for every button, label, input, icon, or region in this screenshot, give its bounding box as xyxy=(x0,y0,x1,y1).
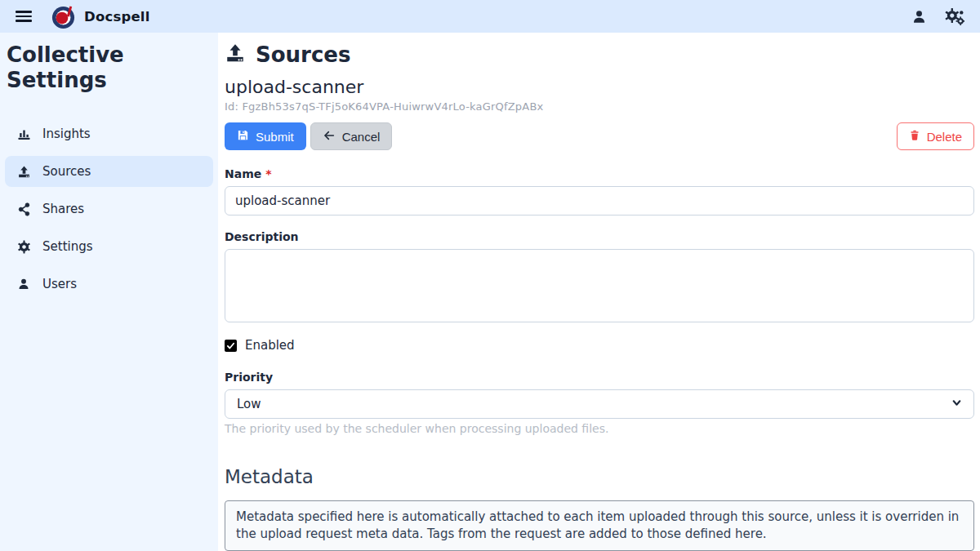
sidebar-item-insights[interactable]: Insights xyxy=(5,118,213,149)
page-title: Sources xyxy=(256,42,350,67)
name-input[interactable] xyxy=(225,186,974,216)
sidebar-title: Collective Settings xyxy=(5,42,213,92)
sidebar-nav: Insights Sources xyxy=(5,118,213,300)
sidebar-item-label: Insights xyxy=(42,127,91,141)
enabled-checkbox-row[interactable]: Enabled xyxy=(225,338,974,353)
cancel-button[interactable]: Cancel xyxy=(310,122,393,150)
trash-icon xyxy=(909,129,920,144)
metadata-heading: Metadata xyxy=(225,466,974,487)
share-nodes-icon xyxy=(16,202,31,216)
source-id-text: Id: FgzBh53s7qS-TFj5oK64VPA-HuiwrwV4rLo-… xyxy=(225,100,974,113)
toolbar: Submit Cancel xyxy=(225,122,974,150)
name-label: Name * xyxy=(225,167,271,180)
page-header: Sources xyxy=(225,42,974,67)
gears-icon[interactable] xyxy=(942,4,967,29)
sidebar-item-sources[interactable]: Sources xyxy=(5,156,213,187)
submit-button-label: Submit xyxy=(256,130,294,144)
priority-selected-value: Low xyxy=(237,397,261,411)
main-content: Sources upload-scanner Id: FgzBh53s7qS-T… xyxy=(218,33,980,551)
user-icon[interactable] xyxy=(906,4,931,29)
upload-icon xyxy=(16,165,31,179)
metadata-info-box: Metadata specified here is automatically… xyxy=(225,500,974,551)
enabled-label: Enabled xyxy=(245,338,295,353)
app-title: Docspell xyxy=(84,9,150,24)
delete-button-label: Delete xyxy=(927,130,962,144)
sidebar-item-label: Shares xyxy=(42,202,84,216)
topbar: Docspell xyxy=(0,0,980,33)
source-name-heading: upload-scanner xyxy=(225,77,974,97)
save-icon xyxy=(237,129,249,144)
description-textarea[interactable] xyxy=(225,249,974,322)
user-icon xyxy=(16,278,31,291)
sidebar-item-users[interactable]: Users xyxy=(5,269,213,300)
check-icon xyxy=(226,341,235,350)
sidebar-item-label: Settings xyxy=(42,239,93,254)
enabled-checkbox[interactable] xyxy=(225,340,237,352)
upload-icon xyxy=(225,42,246,67)
submit-button[interactable]: Submit xyxy=(225,122,306,150)
description-label: Description xyxy=(225,230,299,243)
chevron-down-icon xyxy=(951,397,962,411)
docspell-logo-icon xyxy=(51,4,76,29)
sidebar-item-label: Sources xyxy=(42,164,91,179)
hamburger-menu-icon[interactable] xyxy=(8,3,39,29)
delete-button[interactable]: Delete xyxy=(897,122,974,150)
gear-icon xyxy=(16,240,31,254)
priority-select[interactable]: Low xyxy=(225,389,974,419)
sidebar: Collective Settings Insights xyxy=(0,33,218,551)
sidebar-item-shares[interactable]: Shares xyxy=(5,193,213,224)
sidebar-item-settings[interactable]: Settings xyxy=(5,231,213,262)
bar-chart-icon xyxy=(16,127,31,141)
required-marker: * xyxy=(265,167,271,180)
priority-help-text: The priority used by the scheduler when … xyxy=(225,422,974,435)
priority-label: Priority xyxy=(225,371,273,384)
cancel-button-label: Cancel xyxy=(342,130,381,144)
arrow-left-icon xyxy=(323,129,336,144)
sidebar-item-label: Users xyxy=(42,277,77,291)
